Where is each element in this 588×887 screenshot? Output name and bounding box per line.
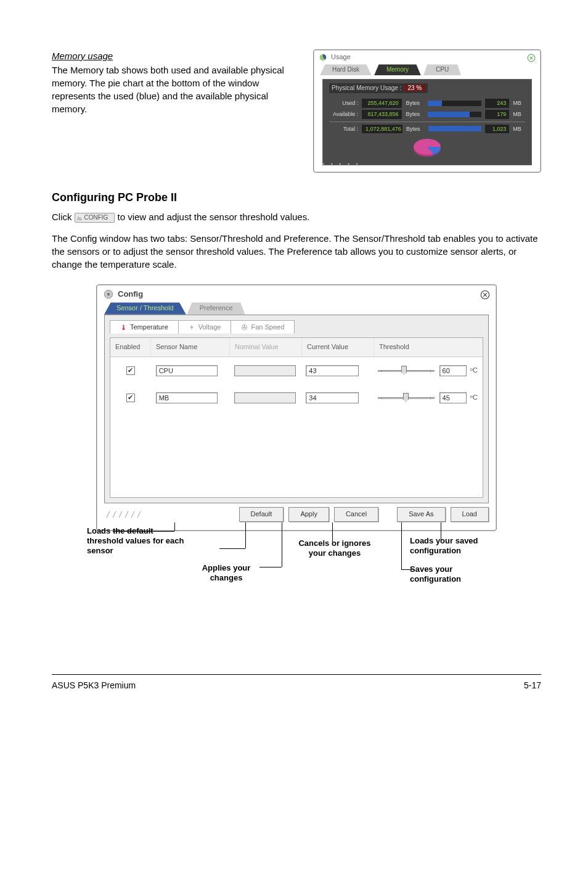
current-value-field — [306, 365, 359, 376]
memory-row: Total :1,072,881,476Bytes1,023MB — [329, 125, 525, 134]
enable-checkbox[interactable] — [126, 394, 135, 402]
tab-preference[interactable]: Preference — [187, 302, 245, 314]
footer-left: ASUS P5K3 Premium — [52, 680, 136, 692]
memory-row: Used :255,447,620Bytes243MB — [329, 99, 525, 108]
tab-sensor-threshold[interactable]: Sensor / Threshold — [104, 302, 186, 314]
tab-cpu[interactable]: CPU — [423, 64, 461, 75]
save-as-button[interactable]: Save As — [397, 507, 445, 521]
sensor-row: oC — [110, 357, 483, 384]
sensor-row: oC — [110, 384, 483, 411]
usage-title: Usage — [331, 52, 351, 62]
chart-icon — [319, 53, 327, 62]
memory-usage-body: The Memory tab shows both used and avail… — [52, 64, 302, 115]
threshold-field[interactable] — [439, 392, 467, 403]
gear-icon — [103, 289, 114, 300]
memory-usage-heading: Memory usage — [52, 49, 302, 62]
label-applies: Applies your changes — [189, 563, 263, 584]
col-current-value: Current Value — [302, 338, 374, 356]
threshold-field[interactable] — [439, 365, 467, 376]
thermometer-icon — [120, 324, 127, 331]
default-button[interactable]: Default — [239, 507, 284, 521]
threshold-slider[interactable] — [378, 394, 435, 402]
voltage-icon — [189, 324, 195, 331]
section-heading: Configuring PC Probe II — [52, 190, 541, 205]
tab-voltage[interactable]: Voltage — [178, 320, 232, 334]
click-sentence: Click CONFIG to view and adjust the sens… — [52, 210, 541, 223]
col-threshold: Threshold — [374, 338, 483, 356]
unit-label: oC — [470, 393, 478, 402]
tab-fan-speed[interactable]: Fan Speed — [231, 320, 295, 334]
col-sensor-name: Sensor Name — [151, 338, 230, 356]
label-saves: Saves your configuration — [410, 564, 496, 585]
config-paragraph: The Config window has two tabs: Sensor/T… — [52, 232, 541, 271]
config-inline-button: CONFIG — [75, 213, 115, 223]
close-icon[interactable] — [527, 54, 536, 62]
label-loads-saved: Loads your saved configuration — [410, 536, 508, 556]
usage-panel: Usage Hard Disk Memory CPU Physical Memo… — [313, 49, 541, 173]
resize-grip — [104, 510, 172, 519]
pie-chart — [412, 135, 443, 159]
sensor-name-field[interactable] — [156, 365, 218, 376]
tab-hard-disk[interactable]: Hard Disk — [320, 64, 372, 75]
enable-checkbox[interactable] — [126, 366, 135, 375]
usage-caption: Physical Memory Usage :23 % — [329, 83, 428, 93]
close-icon[interactable] — [480, 290, 490, 300]
current-value-field — [306, 392, 359, 403]
tab-memory[interactable]: Memory — [374, 64, 421, 75]
tab-temperature[interactable]: Temperature — [110, 320, 179, 334]
col-nominal-value: Nominal Value — [230, 338, 302, 356]
sensor-grid: Enabled Sensor Name Nominal Value Curren… — [110, 337, 483, 498]
apply-button[interactable]: Apply — [288, 507, 329, 521]
threshold-slider[interactable] — [378, 366, 435, 375]
nominal-field — [234, 392, 296, 403]
resize-grip: • • • • • — [322, 160, 361, 168]
unit-label: oC — [470, 366, 478, 375]
nominal-field — [234, 365, 296, 376]
fan-icon — [241, 324, 248, 331]
load-button[interactable]: Load — [451, 507, 489, 521]
col-enabled: Enabled — [110, 338, 151, 356]
memory-row: Available :817,433,856Bytes179MB — [329, 110, 525, 119]
label-loads-default: Loads the default threshold values for e… — [87, 526, 192, 556]
label-cancels: Cancels or ignores your changes — [298, 538, 372, 559]
config-window: Config Sensor / Threshold Preference Tem… — [96, 284, 497, 530]
config-title: Config — [118, 289, 143, 300]
footer-right: 5-17 — [524, 680, 541, 692]
svg-point-8 — [123, 328, 125, 330]
callout-labels: Loads the default threshold values for e… — [87, 540, 506, 620]
sensor-name-field[interactable] — [156, 392, 218, 403]
svg-point-5 — [107, 293, 110, 296]
cancel-button[interactable]: Cancel — [334, 507, 378, 521]
